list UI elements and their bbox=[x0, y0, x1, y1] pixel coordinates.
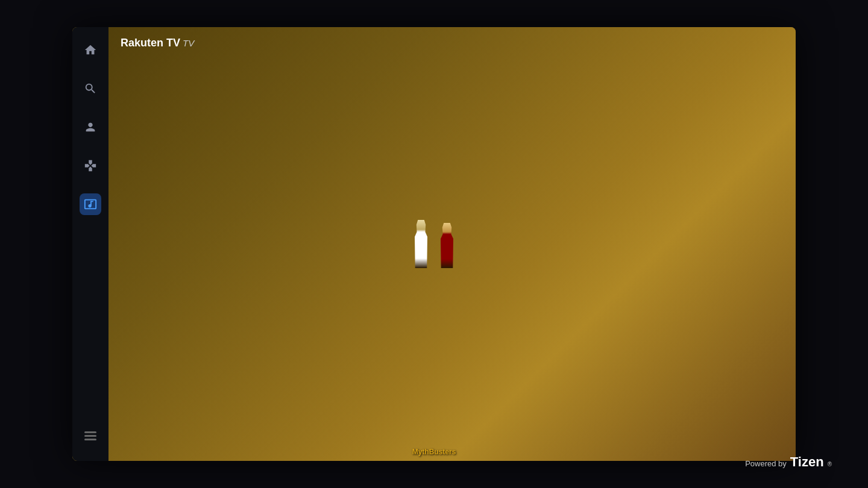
content-sections: Recent On Now bbox=[108, 258, 796, 399]
on-now-mythbusters[interactable]: MythBusters bbox=[603, 286, 741, 364]
tizen-brand-text: Tizen bbox=[790, 454, 824, 470]
tizen-badge: Powered by Tizen ® bbox=[745, 454, 832, 470]
sidebar-item-search[interactable] bbox=[80, 78, 101, 99]
sidebar-item-games[interactable] bbox=[80, 155, 101, 177]
sidebar-item-profile[interactable] bbox=[80, 116, 101, 138]
sidebar-item-home[interactable] bbox=[80, 39, 101, 61]
main-content: Rakuten TV TV DC BLACK ADAM ⚡ bbox=[108, 27, 796, 461]
tizen-registered-mark: ® bbox=[828, 461, 832, 468]
rakuten-tv-suffix: TV bbox=[183, 38, 194, 48]
rakuten-logo: Rakuten TV TV bbox=[121, 37, 194, 49]
tv-frame: Rakuten TV TV DC BLACK ADAM ⚡ bbox=[72, 27, 796, 461]
powered-by-text: Powered by bbox=[745, 459, 787, 468]
on-now-grid: CNN HELL'S KITCHEN bbox=[313, 286, 784, 364]
rakuten-logo-text: Rakuten TV bbox=[121, 37, 180, 49]
on-now-section: On Now CNN bbox=[313, 268, 784, 399]
sidebar-menu[interactable] bbox=[80, 425, 101, 461]
menu-icon[interactable] bbox=[80, 425, 101, 446]
sidebar-item-media[interactable] bbox=[80, 193, 101, 215]
sidebar bbox=[72, 27, 108, 461]
